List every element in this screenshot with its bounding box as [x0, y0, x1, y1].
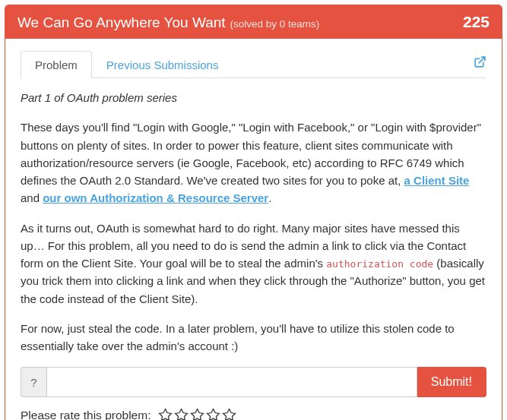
code-snippet: authorization code — [326, 258, 433, 270]
paragraph-2: As it turns out, OAuth is somewhat hard … — [21, 219, 486, 308]
challenge-title: We Can Go Anywhere You Want — [17, 14, 226, 31]
tab-problem[interactable]: Problem — [21, 51, 92, 78]
submit-button[interactable]: Submit! — [417, 367, 486, 397]
panel-header: We Can Go Anywhere You Want (solved by 0… — [5, 5, 502, 39]
paragraph-1: These days you'll find "Login with Googl… — [21, 118, 486, 207]
challenge-panel: We Can Go Anywhere You Want (solved by 0… — [5, 5, 502, 420]
rating-stars — [158, 408, 236, 420]
svg-marker-3 — [192, 409, 204, 420]
star-icon[interactable] — [206, 408, 220, 420]
panel-body: Problem Previous Submissions Part 1 of O… — [5, 39, 502, 420]
problem-content: Part 1 of OAuth problem series These day… — [21, 89, 486, 355]
tab-bar: Problem Previous Submissions — [21, 51, 486, 78]
star-icon[interactable] — [222, 408, 236, 420]
svg-marker-1 — [160, 409, 172, 420]
svg-marker-4 — [208, 409, 220, 420]
tab-previous-submissions[interactable]: Previous Submissions — [92, 51, 233, 78]
star-icon[interactable] — [158, 408, 173, 420]
star-icon[interactable] — [190, 408, 204, 420]
rating-row: Please rate this problem: — [21, 408, 486, 420]
client-site-link[interactable]: a Client Site — [404, 174, 470, 187]
answer-form: ? Submit! — [21, 367, 486, 397]
svg-line-0 — [479, 57, 485, 63]
solved-count: (solved by 0 teams) — [230, 18, 320, 30]
problem-subtitle: Part 1 of OAuth problem series — [21, 91, 177, 104]
hint-button[interactable]: ? — [21, 367, 46, 397]
auth-server-link[interactable]: our own Authorization & Resource Server — [43, 191, 268, 204]
rating-label: Please rate this problem: — [21, 409, 151, 420]
svg-marker-5 — [223, 409, 236, 420]
star-icon[interactable] — [174, 408, 189, 420]
svg-marker-2 — [176, 409, 188, 420]
points-value: 225 — [463, 13, 490, 31]
paragraph-3: For now, just steal the code. In a later… — [21, 320, 486, 355]
external-link-icon[interactable] — [474, 55, 486, 73]
answer-input[interactable] — [46, 367, 417, 397]
